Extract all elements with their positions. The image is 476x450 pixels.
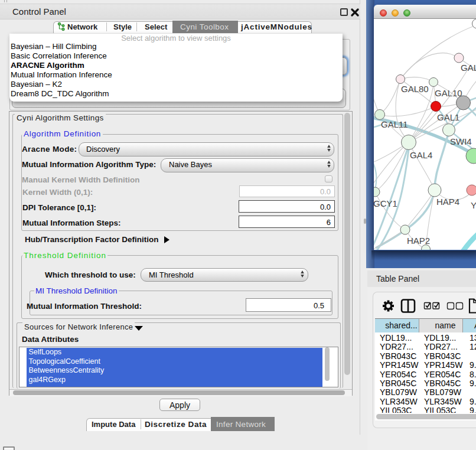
svg-text:Y: Y — [471, 200, 476, 210]
svg-text:SWI4: SWI4 — [450, 136, 472, 146]
svg-text:GAL80: GAL80 — [401, 84, 429, 94]
svg-text:GAL1: GAL1 — [437, 112, 459, 122]
svg-text:GAL: GAL — [461, 63, 476, 73]
svg-text:GAL4: GAL4 — [410, 150, 432, 160]
svg-text:GAL10: GAL10 — [435, 88, 462, 98]
svg-text:GAL11: GAL11 — [381, 119, 408, 129]
svg-text:GCY1: GCY1 — [374, 198, 397, 208]
svg-text:HAP4: HAP4 — [436, 197, 459, 207]
svg-text:HAP2: HAP2 — [407, 236, 430, 246]
